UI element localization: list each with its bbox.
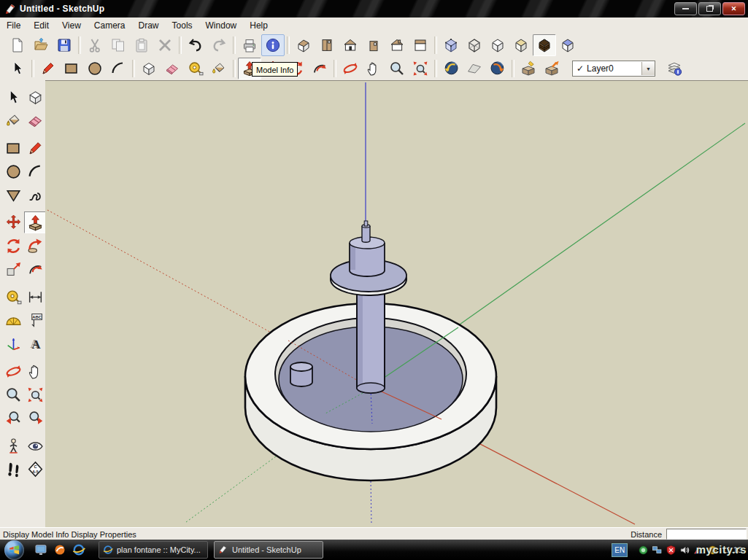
scale-tool-button[interactable] — [2, 258, 24, 280]
arc-tool-button[interactable] — [24, 160, 46, 182]
zoom-tool-button[interactable] — [2, 384, 24, 405]
select-button[interactable] — [6, 58, 29, 79]
polygon-tool-button[interactable] — [2, 184, 24, 206]
line-button[interactable] — [36, 58, 60, 79]
layer-manager-button[interactable] — [663, 58, 686, 79]
get-models-button[interactable] — [517, 58, 540, 79]
menu-camera[interactable]: Camera — [88, 18, 132, 33]
open-button[interactable] — [29, 34, 53, 56]
restore-button[interactable] — [698, 2, 721, 15]
cut-button[interactable] — [83, 34, 107, 56]
paste-button[interactable] — [130, 34, 153, 56]
measurement-input[interactable] — [666, 529, 747, 540]
line-tool-button[interactable] — [24, 137, 46, 159]
redo-button[interactable] — [207, 34, 231, 56]
close-button[interactable]: ✕ — [722, 2, 745, 15]
offset-tool-button[interactable] — [24, 258, 46, 280]
move-tool-button[interactable] — [2, 211, 24, 233]
menu-window[interactable]: Window — [199, 18, 244, 33]
view-front-button[interactable] — [339, 34, 362, 56]
protractor-tool-button[interactable] — [2, 309, 24, 331]
rectangle-tool-button[interactable] — [2, 137, 24, 159]
menu-draw[interactable]: Draw — [132, 18, 166, 33]
paint-bucket-tool-button[interactable] — [2, 109, 24, 131]
zoom-extents-button[interactable] — [409, 58, 432, 79]
delete-button[interactable] — [153, 34, 177, 56]
copy-button[interactable] — [107, 34, 130, 56]
minimize-button[interactable] — [674, 2, 697, 15]
text-3d-tool-button[interactable]: AA — [24, 332, 46, 354]
print-button[interactable] — [238, 34, 261, 56]
drawing-canvas[interactable] — [45, 80, 748, 528]
internet-explorer-quicklaunch-button[interactable] — [72, 543, 85, 556]
zoom-extents-tool-button[interactable] — [24, 384, 46, 405]
previous-view-button[interactable] — [439, 58, 463, 79]
style-hidden-line-button[interactable] — [486, 34, 509, 56]
network-tray-icon[interactable] — [652, 545, 663, 556]
save-button[interactable] — [53, 34, 76, 56]
orbit-button[interactable] — [339, 58, 362, 79]
layer-dropdown[interactable]: ✓Layer0▼ — [572, 61, 655, 77]
look-around-tool-button[interactable] — [24, 435, 46, 456]
launcher-quicklaunch-button[interactable] — [53, 543, 66, 556]
follow-me-tool-button[interactable] — [24, 235, 46, 257]
circle-button[interactable] — [83, 58, 107, 79]
zoom-button[interactable] — [385, 58, 409, 79]
undo-button[interactable] — [184, 34, 207, 56]
menu-edit[interactable]: Edit — [27, 18, 55, 33]
view-iso-button[interactable] — [292, 34, 315, 56]
position-camera-tool-button[interactable] — [2, 435, 24, 456]
orbit-tool-button[interactable] — [2, 360, 24, 382]
paint-bucket-button[interactable] — [207, 58, 231, 79]
tape-measure-tool-button[interactable] — [2, 286, 24, 308]
menu-view[interactable]: View — [55, 18, 88, 33]
rotate-tool-button[interactable] — [2, 235, 24, 257]
offset-button[interactable] — [308, 58, 331, 79]
view-top-button[interactable] — [315, 34, 339, 56]
text-tool-button[interactable]: ABC — [24, 309, 46, 331]
pan-tool-button[interactable] — [24, 360, 46, 382]
make-component-tool-button[interactable] — [24, 86, 46, 108]
model-info-button[interactable] — [261, 34, 285, 56]
start-button[interactable] — [4, 540, 24, 560]
style-xray-button[interactable] — [439, 34, 463, 56]
eraser-button[interactable] — [161, 58, 184, 79]
menu-file[interactable]: File — [0, 18, 27, 33]
make-component-button[interactable] — [137, 58, 161, 79]
dimension-tool-button[interactable] — [24, 286, 46, 308]
zoom-next-tool-button[interactable] — [24, 407, 46, 429]
rectangle-button[interactable] — [60, 58, 83, 79]
style-textured-button[interactable] — [533, 34, 556, 56]
tape-measure-button[interactable] — [184, 58, 207, 79]
select-tool-button[interactable] — [2, 86, 24, 108]
view-left-button[interactable] — [409, 34, 432, 56]
circle-tool-button[interactable] — [2, 160, 24, 182]
show-desktop-quicklaunch-button[interactable] — [34, 543, 47, 556]
new-button[interactable] — [6, 34, 29, 56]
security-alert-tray-icon[interactable] — [666, 545, 676, 556]
push-pull-tool-button[interactable] — [24, 211, 46, 233]
view-back-button[interactable] — [385, 34, 409, 56]
menu-help[interactable]: Help — [243, 18, 274, 33]
arc-button[interactable] — [107, 58, 130, 79]
volume-tray-icon[interactable] — [679, 545, 690, 556]
language-indicator[interactable]: EN — [612, 543, 628, 557]
eraser-tool-button[interactable] — [24, 109, 46, 131]
task-button-browser[interactable]: plan fontane :: MyCity... — [99, 541, 208, 559]
walk-tool-button[interactable] — [2, 458, 24, 480]
pan-button[interactable] — [362, 58, 385, 79]
task-button-sketchup[interactable]: Untitled - SketchUp — [214, 541, 323, 559]
style-wireframe-button[interactable] — [463, 34, 486, 56]
share-model-button[interactable] — [540, 58, 563, 79]
face-plane-button[interactable] — [463, 58, 486, 79]
next-view-button[interactable] — [486, 58, 509, 79]
section-plane-tool-button[interactable]: CA-5 — [24, 458, 46, 480]
axes-tool-button[interactable] — [2, 332, 24, 354]
view-right-button[interactable] — [362, 34, 385, 56]
style-monochrome-button[interactable] — [556, 34, 579, 56]
chevron-down-icon[interactable]: ▼ — [641, 62, 655, 75]
freehand-tool-button[interactable] — [24, 184, 46, 206]
menu-tools[interactable]: Tools — [166, 18, 199, 33]
antivirus-tray-icon[interactable] — [638, 545, 649, 556]
style-shaded-button[interactable] — [509, 34, 533, 56]
